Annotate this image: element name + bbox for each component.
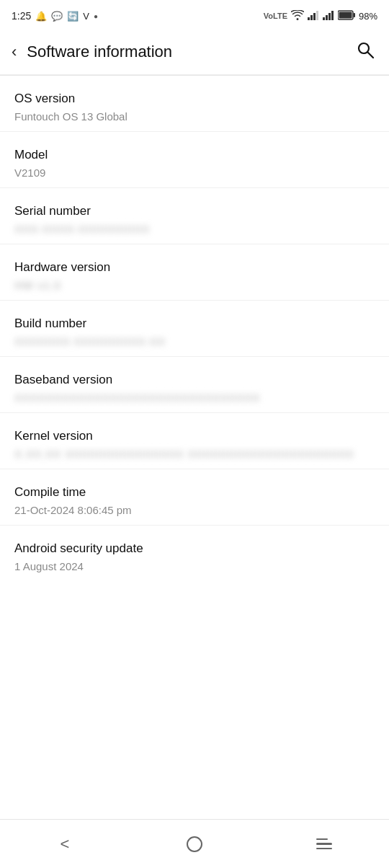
signal-icon2 [323, 10, 334, 22]
vivaldi-icon: V [83, 11, 89, 22]
wifi-icon [291, 10, 304, 22]
svg-rect-9 [353, 13, 355, 17]
svg-rect-3 [316, 11, 318, 20]
section-model: ModelV2109 [0, 132, 389, 188]
section-kernel-version: Kernel versionX.XX.XX XXXXXXXXXXXXXXX XX… [0, 413, 389, 469]
section-serial-number: Serial numberXXX-XXXX-XXXXXXXXX [0, 188, 389, 244]
kernel-version-value: X.XX.XX XXXXXXXXXXXXXXX XXXXXXXXXXXXXXXX… [14, 446, 375, 461]
battery-icon [338, 10, 355, 22]
status-left: 1:25 🔔 💬 🔄 V ● [12, 10, 98, 22]
content-area: OS versionFuntouch OS 13 GlobalModelV210… [0, 76, 389, 868]
nav-home-button[interactable] [173, 823, 216, 866]
notification-icon: 🔔 [35, 11, 47, 22]
build-number-label: Build number [14, 316, 375, 331]
nav-menu-icon [316, 838, 332, 850]
svg-line-12 [368, 52, 374, 58]
signal-icon1 [308, 10, 319, 22]
model-value: V2109 [14, 165, 375, 180]
battery-percentage: 98% [359, 11, 377, 22]
svg-rect-1 [310, 15, 313, 20]
dot-icon: ● [94, 12, 98, 20]
build-number-value: XXXXXXX-XXXXXXXXX-XX [14, 334, 375, 349]
os-version-value: Funtouch OS 13 Global [14, 109, 375, 124]
sync-icon: 🔄 [67, 11, 79, 22]
page-title: Software information [27, 43, 172, 61]
svg-rect-6 [328, 13, 331, 20]
svg-rect-7 [331, 11, 334, 20]
svg-rect-0 [308, 17, 310, 20]
android-security-label: Android security update [14, 541, 375, 556]
section-android-security: Android security update1 August 2024 [0, 526, 389, 581]
kernel-version-label: Kernel version [14, 429, 375, 443]
compile-time-value: 21-Oct-2024 8:06:45 pm [14, 502, 375, 518]
status-right: VoLTE [264, 10, 377, 22]
nav-menu-button[interactable] [303, 823, 346, 866]
hardware-version-value: HW v1.0 [14, 278, 375, 293]
serial-number-label: Serial number [14, 204, 375, 218]
section-hardware-version: Hardware versionHW v1.0 [0, 244, 389, 301]
app-header: ‹ Software information [0, 29, 389, 75]
section-os-version: OS versionFuntouch OS 13 Global [0, 76, 389, 132]
nav-back-button[interactable]: < [43, 823, 86, 866]
section-compile-time: Compile time21-Oct-2024 8:06:45 pm [0, 469, 389, 526]
status-bar: 1:25 🔔 💬 🔄 V ● VoLTE [0, 0, 389, 29]
svg-rect-10 [339, 12, 352, 18]
model-label: Model [14, 148, 375, 162]
nav-back-icon: < [61, 835, 70, 854]
header-left: ‹ Software information [9, 40, 172, 64]
navigation-bar: < [0, 819, 389, 868]
baseband-version-label: Baseband version [14, 373, 375, 387]
svg-rect-4 [323, 17, 325, 20]
nav-home-icon [187, 836, 202, 852]
section-baseband-version: Baseband versionXXXXXXXXXXXXXXXXXXXXXXXX… [0, 357, 389, 413]
whatsapp-icon: 💬 [51, 11, 63, 22]
status-time: 1:25 [12, 10, 31, 22]
hardware-version-label: Hardware version [14, 260, 375, 275]
section-build-number: Build numberXXXXXXX-XXXXXXXXX-XX [0, 301, 389, 357]
svg-rect-2 [313, 13, 316, 20]
svg-rect-5 [326, 15, 328, 20]
os-version-label: OS version [14, 92, 375, 106]
lte-icon: VoLTE [264, 12, 287, 20]
search-button[interactable] [353, 37, 377, 66]
baseband-version-value: XXXXXXXXXXXXXXXXXXXXXXXXXXXXXXX [14, 390, 375, 405]
back-button[interactable]: ‹ [9, 40, 19, 64]
serial-number-value: XXX-XXXX-XXXXXXXXX [14, 221, 375, 236]
compile-time-label: Compile time [14, 485, 375, 500]
android-security-value: 1 August 2024 [14, 559, 375, 574]
